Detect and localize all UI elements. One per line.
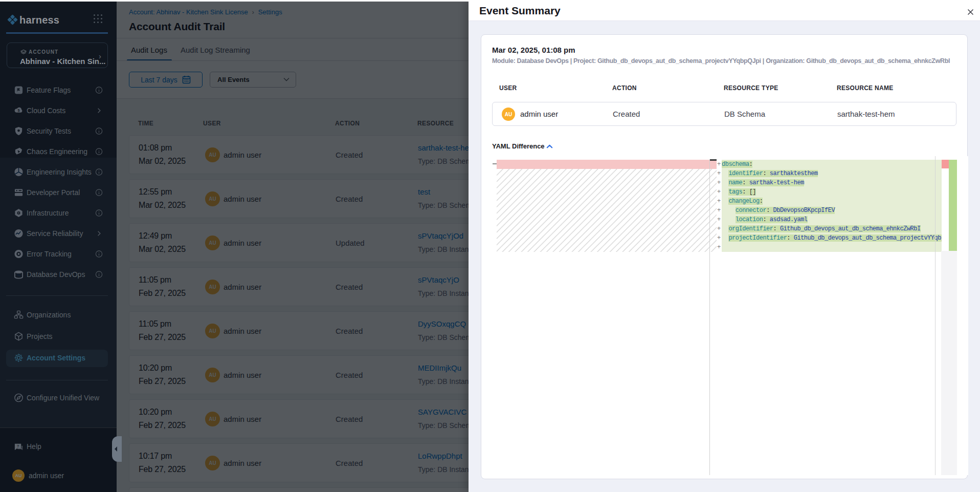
svg-text:?: ? — [17, 444, 19, 448]
